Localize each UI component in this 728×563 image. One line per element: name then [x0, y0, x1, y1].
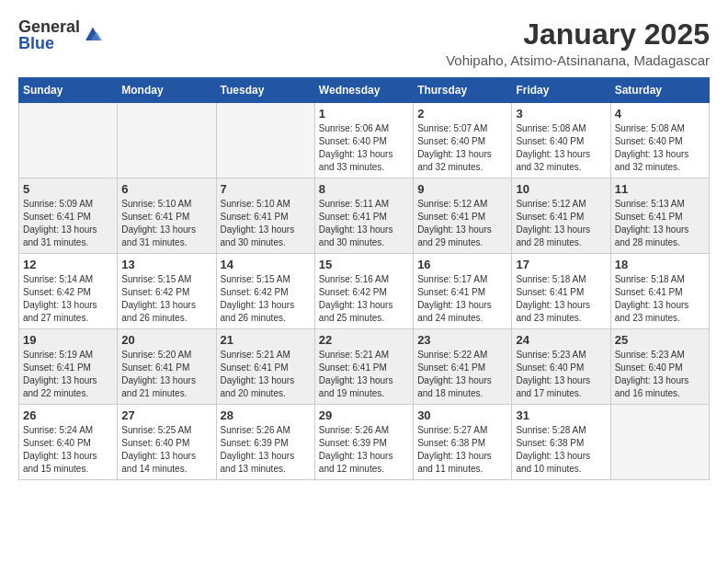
weekday-header-wednesday: Wednesday [314, 78, 413, 103]
page-header: General Blue January 2025 Vohipaho, Atsi… [18, 18, 710, 68]
calendar-week-row: 1Sunrise: 5:06 AM Sunset: 6:40 PM Daylig… [19, 103, 710, 178]
calendar-week-row: 19Sunrise: 5:19 AM Sunset: 6:41 PM Dayli… [19, 329, 710, 405]
calendar-cell: 5Sunrise: 5:09 AM Sunset: 6:41 PM Daylig… [19, 178, 118, 254]
calendar-week-row: 26Sunrise: 5:24 AM Sunset: 6:40 PM Dayli… [19, 405, 710, 480]
day-number: 7 [221, 182, 311, 196]
day-info: Sunrise: 5:13 AM Sunset: 6:41 PM Dayligh… [615, 198, 705, 249]
title-block: January 2025 Vohipaho, Atsimo-Atsinanana… [446, 18, 710, 68]
calendar-cell: 31Sunrise: 5:28 AM Sunset: 6:38 PM Dayli… [512, 405, 610, 480]
calendar-cell: 28Sunrise: 5:26 AM Sunset: 6:39 PM Dayli… [216, 405, 314, 480]
day-number: 6 [121, 182, 211, 196]
day-number: 10 [516, 182, 606, 196]
day-info: Sunrise: 5:21 AM Sunset: 6:41 PM Dayligh… [221, 349, 311, 400]
day-number: 13 [121, 258, 211, 271]
calendar-cell: 25Sunrise: 5:23 AM Sunset: 6:40 PM Dayli… [610, 329, 709, 405]
day-info: Sunrise: 5:26 AM Sunset: 6:39 PM Dayligh… [319, 424, 409, 476]
calendar-cell: 4Sunrise: 5:08 AM Sunset: 6:40 PM Daylig… [610, 103, 709, 178]
day-number: 16 [417, 258, 507, 271]
day-info: Sunrise: 5:08 AM Sunset: 6:40 PM Dayligh… [615, 122, 705, 174]
calendar-cell: 7Sunrise: 5:10 AM Sunset: 6:41 PM Daylig… [216, 178, 314, 254]
day-number: 22 [319, 333, 409, 347]
calendar-cell [118, 103, 216, 178]
day-info: Sunrise: 5:06 AM Sunset: 6:40 PM Dayligh… [319, 122, 409, 174]
day-number: 20 [121, 333, 211, 347]
calendar-week-row: 5Sunrise: 5:09 AM Sunset: 6:41 PM Daylig… [19, 178, 710, 254]
day-number: 18 [615, 258, 705, 271]
day-number: 11 [615, 182, 705, 196]
calendar-cell: 18Sunrise: 5:18 AM Sunset: 6:41 PM Dayli… [610, 254, 709, 329]
day-number: 19 [23, 333, 113, 347]
logo-blue: Blue [18, 35, 80, 52]
weekday-header-monday: Monday [118, 78, 216, 103]
day-number: 25 [615, 333, 705, 347]
calendar-table: SundayMondayTuesdayWednesdayThursdayFrid… [18, 77, 710, 480]
day-info: Sunrise: 5:25 AM Sunset: 6:40 PM Dayligh… [121, 424, 211, 476]
calendar-cell: 17Sunrise: 5:18 AM Sunset: 6:41 PM Dayli… [512, 254, 610, 329]
day-number: 21 [221, 333, 311, 347]
day-info: Sunrise: 5:12 AM Sunset: 6:41 PM Dayligh… [417, 198, 507, 249]
day-info: Sunrise: 5:11 AM Sunset: 6:41 PM Dayligh… [319, 198, 409, 249]
day-number: 15 [319, 258, 409, 271]
day-number: 17 [516, 258, 606, 271]
logo: General Blue [18, 18, 104, 52]
day-number: 30 [417, 408, 507, 422]
weekday-header-saturday: Saturday [610, 78, 709, 103]
calendar-cell: 15Sunrise: 5:16 AM Sunset: 6:42 PM Dayli… [314, 254, 413, 329]
day-number: 1 [319, 107, 409, 121]
day-info: Sunrise: 5:21 AM Sunset: 6:41 PM Dayligh… [319, 349, 409, 400]
day-number: 8 [319, 182, 409, 196]
day-info: Sunrise: 5:10 AM Sunset: 6:41 PM Dayligh… [221, 198, 311, 249]
calendar-cell: 21Sunrise: 5:21 AM Sunset: 6:41 PM Dayli… [216, 329, 314, 405]
calendar-cell: 11Sunrise: 5:13 AM Sunset: 6:41 PM Dayli… [610, 178, 709, 254]
weekday-header-row: SundayMondayTuesdayWednesdayThursdayFrid… [19, 78, 710, 103]
weekday-header-tuesday: Tuesday [216, 78, 314, 103]
day-info: Sunrise: 5:17 AM Sunset: 6:41 PM Dayligh… [417, 273, 507, 325]
calendar-cell: 16Sunrise: 5:17 AM Sunset: 6:41 PM Dayli… [414, 254, 512, 329]
calendar-week-row: 12Sunrise: 5:14 AM Sunset: 6:42 PM Dayli… [19, 254, 710, 329]
calendar-cell: 10Sunrise: 5:12 AM Sunset: 6:41 PM Dayli… [512, 178, 610, 254]
day-number: 2 [417, 107, 507, 121]
day-info: Sunrise: 5:18 AM Sunset: 6:41 PM Dayligh… [615, 273, 705, 325]
day-info: Sunrise: 5:19 AM Sunset: 6:41 PM Dayligh… [23, 349, 113, 400]
day-number: 9 [417, 182, 507, 196]
day-info: Sunrise: 5:10 AM Sunset: 6:41 PM Dayligh… [121, 198, 211, 249]
day-number: 24 [516, 333, 606, 347]
calendar-cell: 22Sunrise: 5:21 AM Sunset: 6:41 PM Dayli… [314, 329, 413, 405]
day-number: 28 [221, 408, 311, 422]
calendar-cell: 3Sunrise: 5:08 AM Sunset: 6:40 PM Daylig… [512, 103, 610, 178]
day-number: 4 [615, 107, 705, 121]
day-info: Sunrise: 5:26 AM Sunset: 6:39 PM Dayligh… [221, 424, 311, 476]
day-info: Sunrise: 5:22 AM Sunset: 6:41 PM Dayligh… [417, 349, 507, 400]
calendar-cell: 29Sunrise: 5:26 AM Sunset: 6:39 PM Dayli… [314, 405, 413, 480]
calendar-cell: 14Sunrise: 5:15 AM Sunset: 6:42 PM Dayli… [216, 254, 314, 329]
day-info: Sunrise: 5:23 AM Sunset: 6:40 PM Dayligh… [615, 349, 705, 400]
location-subtitle: Vohipaho, Atsimo-Atsinanana, Madagascar [446, 52, 710, 68]
calendar-cell: 30Sunrise: 5:27 AM Sunset: 6:38 PM Dayli… [414, 405, 512, 480]
day-number: 3 [516, 107, 606, 121]
calendar-cell [610, 405, 709, 480]
day-info: Sunrise: 5:14 AM Sunset: 6:42 PM Dayligh… [23, 273, 113, 325]
day-number: 26 [23, 408, 113, 422]
calendar-cell: 27Sunrise: 5:25 AM Sunset: 6:40 PM Dayli… [118, 405, 216, 480]
calendar-cell: 24Sunrise: 5:23 AM Sunset: 6:40 PM Dayli… [512, 329, 610, 405]
logo-icon [82, 26, 104, 44]
calendar-cell: 20Sunrise: 5:20 AM Sunset: 6:41 PM Dayli… [118, 329, 216, 405]
day-info: Sunrise: 5:16 AM Sunset: 6:42 PM Dayligh… [319, 273, 409, 325]
calendar-cell [216, 103, 314, 178]
calendar-cell: 12Sunrise: 5:14 AM Sunset: 6:42 PM Dayli… [19, 254, 118, 329]
day-info: Sunrise: 5:12 AM Sunset: 6:41 PM Dayligh… [516, 198, 606, 249]
day-number: 29 [319, 408, 409, 422]
month-title: January 2025 [446, 18, 710, 51]
calendar-cell: 2Sunrise: 5:07 AM Sunset: 6:40 PM Daylig… [414, 103, 512, 178]
calendar-cell: 8Sunrise: 5:11 AM Sunset: 6:41 PM Daylig… [314, 178, 413, 254]
day-info: Sunrise: 5:07 AM Sunset: 6:40 PM Dayligh… [417, 122, 507, 174]
day-info: Sunrise: 5:15 AM Sunset: 6:42 PM Dayligh… [221, 273, 311, 325]
calendar-cell: 19Sunrise: 5:19 AM Sunset: 6:41 PM Dayli… [19, 329, 118, 405]
weekday-header-thursday: Thursday [414, 78, 512, 103]
weekday-header-sunday: Sunday [19, 78, 118, 103]
calendar-cell: 26Sunrise: 5:24 AM Sunset: 6:40 PM Dayli… [19, 405, 118, 480]
day-info: Sunrise: 5:08 AM Sunset: 6:40 PM Dayligh… [516, 122, 606, 174]
calendar-cell: 23Sunrise: 5:22 AM Sunset: 6:41 PM Dayli… [414, 329, 512, 405]
calendar-cell: 6Sunrise: 5:10 AM Sunset: 6:41 PM Daylig… [118, 178, 216, 254]
day-number: 27 [121, 408, 211, 422]
